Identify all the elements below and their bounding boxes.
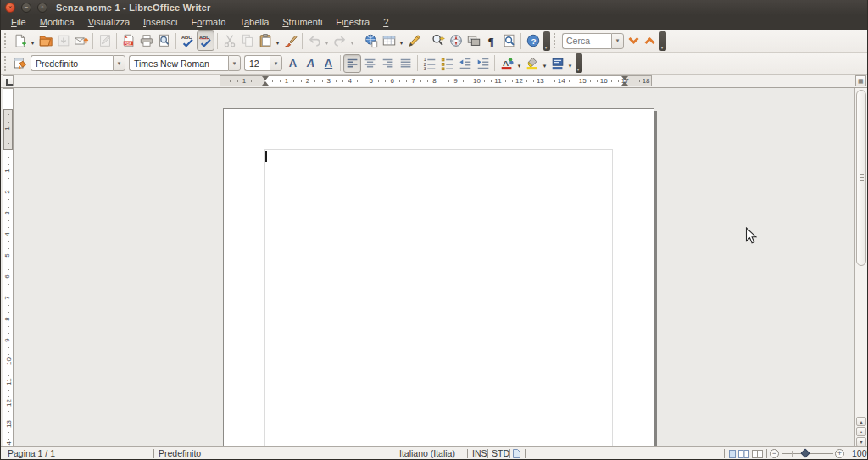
print-preview-button[interactable] [155, 30, 173, 51]
multi-page-view-icon[interactable] [738, 450, 749, 458]
formatting-marks-button[interactable]: ¶ [482, 30, 500, 51]
document-modified-icon[interactable] [513, 449, 520, 458]
auto-spellcheck-button[interactable]: ABC [197, 30, 214, 51]
paragraph-style-value[interactable]: Predefinito [31, 55, 113, 71]
new-document-button[interactable] [11, 30, 29, 51]
styles-button[interactable] [11, 54, 29, 73]
find-previous-button[interactable] [642, 30, 658, 51]
v-ruler[interactable]: 11234567891011121314 [3, 88, 14, 446]
next-page-button[interactable]: ▾ [856, 437, 866, 446]
menu-visualizza[interactable]: Visualizza [81, 16, 136, 29]
paste-dropdown[interactable] [274, 30, 281, 51]
new-document-dropdown[interactable] [29, 30, 36, 51]
menu-finestra[interactable]: Finestra [329, 16, 376, 29]
paragraph-style-dropdown[interactable] [113, 55, 125, 71]
bold-button[interactable]: A [284, 54, 302, 73]
toolbar-drag-handle[interactable] [4, 33, 8, 48]
minimize-button[interactable]: − [21, 3, 31, 13]
insert-table-dropdown[interactable] [398, 30, 405, 51]
align-center-button[interactable] [361, 54, 379, 73]
toolbar-overflow-button[interactable] [576, 53, 582, 73]
maximize-button[interactable]: ▫ [37, 3, 47, 13]
book-view-icon[interactable] [752, 450, 763, 458]
h-ruler[interactable]: 1123456789101112131415161718 [220, 75, 652, 86]
find-next-button[interactable] [626, 30, 642, 51]
document-page[interactable] [223, 108, 654, 446]
export-pdf-button[interactable]: PDF [120, 30, 137, 51]
status-insert-mode[interactable]: INS [472, 448, 487, 458]
highlighting-dropdown[interactable] [541, 53, 548, 74]
menu-modifica[interactable]: Modifica [33, 16, 81, 29]
close-button[interactable]: × [5, 3, 15, 13]
find-toolbar-overflow-button[interactable] [659, 31, 666, 51]
toolbar-overflow-button[interactable] [543, 31, 550, 51]
font-color-dropdown[interactable] [515, 53, 523, 74]
italic-button[interactable]: A [302, 54, 320, 73]
previous-page-button[interactable]: ▴ [856, 417, 866, 426]
hyperlink-button[interactable] [362, 30, 380, 51]
menu-tabella[interactable]: Tabella [232, 16, 275, 29]
search-input[interactable] [562, 33, 611, 49]
align-left-button[interactable] [343, 54, 361, 73]
clone-formatting-button[interactable] [281, 30, 299, 51]
spellcheck-button[interactable]: ABC [179, 30, 197, 51]
vertical-scrollbar[interactable]: ▴ • ▾ [854, 88, 867, 446]
underline-button[interactable]: A [320, 54, 337, 73]
zoom-button[interactable] [500, 30, 518, 51]
undo-button[interactable] [305, 30, 323, 51]
zoom-in-button[interactable]: + [835, 449, 844, 458]
menu-help[interactable]: ? [376, 16, 395, 29]
single-page-view-icon[interactable] [729, 450, 736, 458]
navigator-button[interactable] [447, 30, 465, 51]
status-selection-mode[interactable]: STD [492, 448, 509, 458]
copy-button[interactable] [238, 30, 256, 51]
find-replace-button[interactable] [429, 30, 447, 51]
indent-marker-left[interactable] [262, 76, 270, 86]
bullet-list-button[interactable] [438, 54, 456, 73]
edit-file-button[interactable] [96, 30, 114, 51]
zoom-out-button[interactable]: − [770, 449, 779, 458]
menu-strumenti[interactable]: Strumenti [275, 16, 329, 29]
email-document-button[interactable] [72, 30, 90, 51]
font-name-value[interactable]: Times New Roman [129, 55, 228, 71]
redo-button[interactable] [331, 30, 348, 51]
scrollbar-top-button[interactable] [855, 75, 866, 86]
status-language[interactable]: Italiano (Italia) [399, 448, 455, 458]
gallery-button[interactable] [465, 30, 482, 51]
align-right-button[interactable] [379, 54, 397, 73]
tab-stop-selector[interactable] [3, 75, 14, 86]
open-button[interactable] [36, 30, 54, 51]
status-page-count[interactable]: Pagina 1 / 1 [8, 448, 55, 458]
cut-button[interactable] [220, 30, 238, 51]
menu-inserisci[interactable]: Inserisci [136, 16, 184, 29]
draw-functions-button[interactable] [405, 30, 423, 51]
justify-button[interactable] [397, 54, 415, 73]
numbered-list-button[interactable]: 123 [420, 54, 438, 73]
font-color-button[interactable]: A [498, 54, 515, 73]
increase-indent-button[interactable] [474, 54, 492, 73]
save-button[interactable] [54, 30, 72, 51]
toolbar-drag-handle[interactable] [4, 56, 8, 71]
insert-table-button[interactable] [380, 30, 398, 51]
scrollbar-thumb[interactable] [856, 90, 866, 266]
background-color-dropdown[interactable] [566, 53, 574, 74]
find-toolbar-handle[interactable] [554, 33, 558, 48]
font-size-dropdown[interactable] [270, 55, 282, 71]
font-name-dropdown[interactable] [228, 55, 241, 71]
status-zoom-level[interactable]: 100% [852, 448, 868, 458]
help-button[interactable]: ? [524, 30, 542, 51]
status-page-style[interactable]: Predefinito [159, 448, 201, 458]
menu-formato[interactable]: Formato [184, 16, 232, 29]
menu-file[interactable]: File [4, 16, 33, 29]
navigation-button[interactable]: • [856, 427, 866, 436]
undo-dropdown[interactable] [323, 30, 331, 51]
zoom-slider-handle[interactable] [800, 448, 810, 457]
highlighting-button[interactable] [523, 54, 541, 73]
paste-button[interactable] [256, 30, 274, 51]
redo-dropdown[interactable] [348, 30, 356, 51]
decrease-indent-button[interactable] [456, 54, 474, 73]
background-color-button[interactable] [548, 54, 566, 73]
search-dropdown-button[interactable] [611, 33, 624, 49]
print-button[interactable] [137, 30, 155, 51]
font-size-value[interactable]: 12 [244, 55, 270, 71]
